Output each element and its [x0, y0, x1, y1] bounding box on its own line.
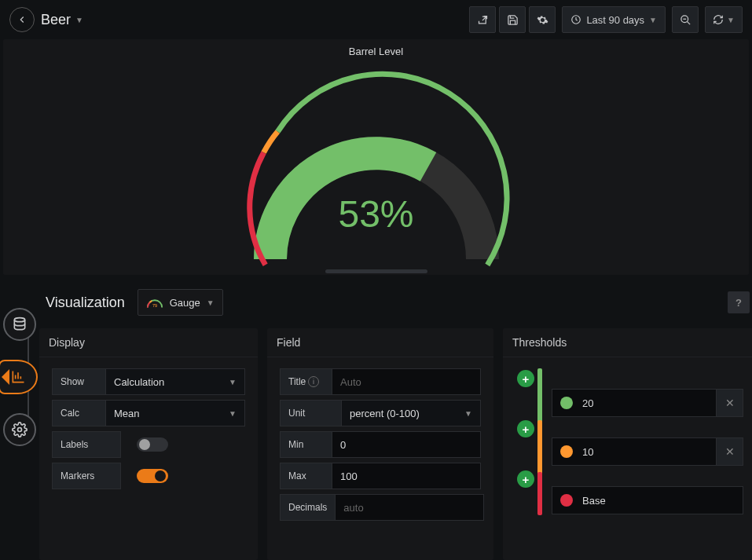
thresholds-bar: + + +	[515, 368, 544, 525]
display-labels-toggle[interactable]	[137, 437, 168, 452]
threshold-row: ✕	[552, 389, 743, 417]
help-button[interactable]: ?	[728, 291, 750, 313]
time-range-label: Last 90 days	[586, 14, 644, 26]
section-display: Display Show Calculation▼ Calc Mean▼	[39, 328, 258, 560]
editor-tab-rail	[0, 275, 39, 560]
field-unit-value: percent (0-100)	[350, 408, 420, 419]
editor-body: Visualization 79 Gauge ▼ ? Display Show …	[39, 275, 752, 560]
threshold-row: ✕	[552, 437, 743, 466]
threshold-row	[552, 486, 743, 514]
field-min-input[interactable]	[332, 431, 481, 458]
editor-tab-general[interactable]	[3, 413, 36, 446]
field-unit-row: Unit percent (0-100)▼	[280, 400, 481, 426]
threshold-value-input[interactable]	[581, 438, 716, 465]
arrow-left-icon	[17, 14, 28, 25]
zoom-out-button[interactable]	[672, 6, 699, 33]
caret-down-icon: ▼	[75, 16, 83, 24]
panel-editor: Visualization 79 Gauge ▼ ? Display Show …	[0, 275, 752, 560]
threshold-bar-segment	[537, 420, 542, 475]
field-title-label: Titlei	[280, 368, 332, 395]
time-range-picker[interactable]: Last 90 days ▼	[562, 6, 666, 33]
share-button[interactable]	[469, 6, 496, 33]
display-markers-toggle[interactable]	[137, 469, 168, 483]
display-show-value: Calculation	[114, 376, 164, 388]
section-thresholds: Thresholds + + + ✕	[503, 328, 752, 560]
display-labels-row: Labels	[52, 431, 245, 458]
share-icon	[477, 14, 489, 26]
caret-down-icon: ▼	[649, 16, 657, 24]
threshold-add-button[interactable]: +	[517, 470, 534, 488]
editor-tab-visualization[interactable]	[0, 360, 38, 394]
dashboard-title-dropdown[interactable]: Beer ▼	[41, 12, 83, 28]
zoom-out-icon	[680, 14, 691, 26]
field-max-label: Max	[280, 463, 332, 489]
thresholds-list: ✕ ✕	[552, 368, 743, 514]
field-unit-label: Unit	[280, 400, 341, 426]
threshold-delete-button[interactable]: ✕	[716, 390, 743, 416]
panel: Barrel Level 53%	[3, 39, 749, 275]
save-icon	[507, 14, 519, 26]
toolbar-group	[469, 6, 556, 33]
chart-icon	[10, 369, 26, 385]
threshold-color-swatch[interactable]	[560, 445, 573, 458]
dashboard-title: Beer	[41, 12, 71, 28]
caret-down-icon: ▼	[727, 16, 735, 24]
editor-sections: Display Show Calculation▼ Calc Mean▼	[39, 328, 752, 560]
display-calc-select[interactable]: Mean▼	[105, 400, 245, 426]
caret-down-icon: ▼	[207, 298, 215, 307]
display-labels-label: Labels	[52, 431, 121, 458]
section-thresholds-heading: Thresholds	[503, 328, 752, 357]
caret-down-icon: ▼	[229, 378, 237, 386]
svg-point-3	[18, 428, 22, 432]
field-max-row: Max	[280, 463, 481, 489]
refresh-icon	[713, 14, 724, 25]
threshold-color-swatch[interactable]	[560, 397, 573, 409]
threshold-bar-segment	[537, 368, 542, 423]
settings-button[interactable]	[529, 6, 556, 33]
database-icon	[12, 317, 28, 332]
visualization-picker[interactable]: 79 Gauge ▼	[138, 289, 223, 316]
display-show-select[interactable]: Calculation▼	[105, 368, 245, 395]
svg-point-2	[14, 318, 24, 322]
field-title-row: Titlei	[280, 368, 481, 395]
threshold-delete-button[interactable]: ✕	[716, 438, 743, 465]
threshold-value-input[interactable]	[581, 390, 716, 416]
panel-title: Barrel Level	[3, 46, 749, 57]
section-field-heading: Field	[267, 328, 493, 357]
display-markers-row: Markers	[52, 463, 245, 489]
threshold-color-swatch[interactable]	[560, 494, 573, 507]
refresh-button[interactable]: ▼	[705, 6, 743, 33]
visualization-row: Visualization 79 Gauge ▼ ?	[39, 286, 752, 319]
field-max-input[interactable]	[332, 463, 481, 489]
editor-tab-queries[interactable]	[3, 308, 36, 341]
gauge-value: 53%	[3, 192, 749, 236]
svg-text:79: 79	[152, 303, 157, 308]
clock-icon	[570, 14, 581, 25]
section-field: Field Titlei Unit percent (0-100)▼ Min	[267, 328, 493, 560]
gauge-svg	[227, 71, 526, 275]
display-show-row: Show Calculation▼	[52, 368, 245, 395]
field-min-label: Min	[280, 431, 332, 458]
visualization-name: Gauge	[170, 297, 200, 309]
field-decimals-row: Decimals	[280, 494, 481, 521]
field-decimals-input[interactable]	[335, 494, 484, 521]
back-button[interactable]	[9, 7, 35, 32]
display-markers-label: Markers	[52, 463, 121, 489]
threshold-bar-segment	[537, 472, 542, 515]
caret-down-icon: ▼	[464, 409, 472, 418]
display-calc-value: Mean	[114, 408, 140, 419]
threshold-value-input[interactable]	[581, 487, 743, 514]
field-decimals-label: Decimals	[280, 494, 335, 521]
panel-resize-handle[interactable]	[325, 269, 427, 273]
gauge-chart	[227, 71, 526, 275]
display-calc-label: Calc	[52, 400, 105, 426]
field-min-row: Min	[280, 431, 481, 458]
threshold-add-button[interactable]: +	[517, 370, 534, 387]
gauge-icon: 79	[146, 295, 163, 309]
save-button[interactable]	[499, 6, 526, 33]
section-display-heading: Display	[39, 328, 258, 357]
threshold-add-button[interactable]: +	[517, 420, 534, 437]
field-title-input[interactable]	[332, 368, 481, 395]
field-unit-select[interactable]: percent (0-100)▼	[341, 400, 481, 426]
top-bar: Beer ▼ Last 90 days ▼ ▼	[0, 0, 752, 39]
